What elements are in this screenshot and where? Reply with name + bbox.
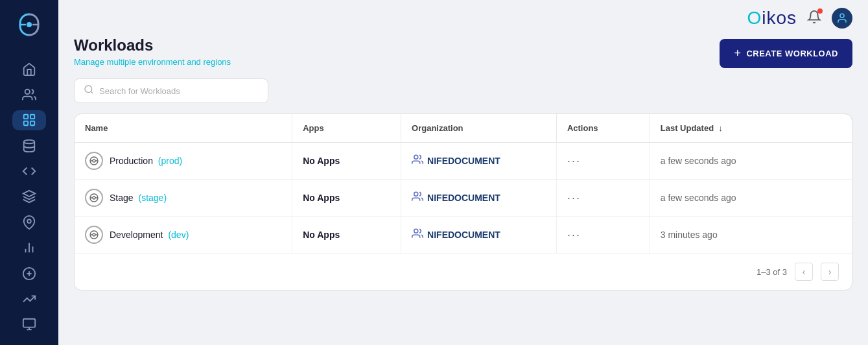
workload-apps: No Apps xyxy=(292,143,401,180)
svg-point-16 xyxy=(85,86,92,93)
notification-dot xyxy=(817,8,823,14)
col-header-apps: Apps xyxy=(292,114,401,143)
svg-rect-5 xyxy=(30,121,34,125)
svg-point-8 xyxy=(27,219,31,223)
search-input[interactable] xyxy=(99,86,259,96)
sidebar-item-chart[interactable] xyxy=(12,238,46,258)
workload-icon xyxy=(85,152,103,170)
workload-org: NIFEDOCUMENT xyxy=(401,180,557,217)
workload-apps: No Apps xyxy=(292,180,401,217)
avatar[interactable] xyxy=(832,8,852,29)
svg-point-32 xyxy=(414,229,418,233)
svg-point-23 xyxy=(93,196,95,199)
page-content: Workloads Manage multiple environment an… xyxy=(58,36,868,345)
sidebar-item-stack[interactable] xyxy=(12,187,46,207)
pagination-info: 1–3 of 3 xyxy=(757,267,787,277)
workload-actions[interactable]: ··· xyxy=(556,217,650,254)
svg-marker-7 xyxy=(23,191,35,196)
actions-menu-icon[interactable]: ··· xyxy=(567,228,581,241)
sidebar xyxy=(0,0,58,345)
topbar: Oikos xyxy=(58,0,868,36)
actions-menu-icon[interactable]: ··· xyxy=(567,191,581,204)
notification-bell[interactable] xyxy=(807,10,821,27)
svg-point-15 xyxy=(840,14,844,18)
pagination: 1–3 of 3 ‹ › xyxy=(75,253,852,290)
svg-point-28 xyxy=(93,233,95,236)
workload-name-cell: Stage (stage) xyxy=(75,180,292,217)
org-name: NIFEDOCUMENT xyxy=(427,156,500,166)
workload-name: Development (dev) xyxy=(110,230,189,240)
brand-name: Oikos xyxy=(747,8,797,29)
workload-updated: 3 minutes ago xyxy=(650,217,852,254)
page-header: Workloads Manage multiple environment an… xyxy=(74,36,852,68)
brand-colored-letter: O xyxy=(747,8,762,28)
create-button-label: CREATE WORKLOAD xyxy=(746,49,838,58)
svg-point-22 xyxy=(414,155,418,159)
pagination-next[interactable]: › xyxy=(821,263,839,281)
svg-rect-12 xyxy=(23,319,35,327)
search-input-wrap xyxy=(74,78,268,103)
logo[interactable] xyxy=(15,10,43,43)
main-content: Oikos Workloads Manage multiple environm… xyxy=(58,0,868,345)
search-bar xyxy=(74,78,852,103)
sidebar-item-settings[interactable] xyxy=(12,315,46,335)
org-icon xyxy=(412,154,423,168)
sidebar-item-location[interactable] xyxy=(12,212,46,232)
create-workload-button[interactable]: + CREATE WORKLOAD xyxy=(720,39,852,68)
svg-line-17 xyxy=(91,91,93,93)
table-row: Development (dev) No Apps NIFEDOCUMENT ·… xyxy=(75,217,852,254)
plus-icon: + xyxy=(734,47,741,60)
workload-icon xyxy=(85,226,103,244)
workload-name: Production (prod) xyxy=(110,156,182,166)
org-icon xyxy=(412,191,423,205)
workload-name: Stage (stage) xyxy=(110,193,167,203)
workload-updated: a few seconds ago xyxy=(650,180,852,217)
workload-actions[interactable]: ··· xyxy=(556,143,650,180)
svg-point-0 xyxy=(27,22,32,27)
sidebar-item-billing[interactable] xyxy=(12,263,46,283)
svg-rect-2 xyxy=(24,115,28,119)
org-name: NIFEDOCUMENT xyxy=(427,230,500,240)
brand-rest: ikos xyxy=(762,8,797,28)
pagination-prev[interactable]: ‹ xyxy=(795,263,813,281)
svg-point-18 xyxy=(93,160,95,162)
col-header-actions: Actions xyxy=(556,114,650,143)
sidebar-item-home[interactable] xyxy=(12,59,46,79)
actions-menu-icon[interactable]: ··· xyxy=(567,154,581,167)
svg-point-6 xyxy=(24,140,35,144)
workloads-table: Name Apps Organization Actions Last Upda… xyxy=(74,113,852,291)
svg-rect-3 xyxy=(30,115,34,119)
table-row: Production (prod) No Apps NIFEDOCUMENT ·… xyxy=(75,143,852,180)
page-subtitle: Manage multiple environment and regions xyxy=(74,57,231,67)
workload-org: NIFEDOCUMENT xyxy=(401,217,557,254)
workload-name-cell: Development (dev) xyxy=(75,217,292,254)
sidebar-item-users[interactable] xyxy=(12,84,46,104)
workload-name-cell: Production (prod) xyxy=(75,143,292,180)
col-header-name: Name xyxy=(75,114,292,143)
page-title-block: Workloads Manage multiple environment an… xyxy=(74,36,231,67)
page-title: Workloads xyxy=(74,36,231,54)
search-icon xyxy=(84,84,94,97)
sidebar-item-workloads[interactable] xyxy=(12,110,46,130)
org-icon xyxy=(412,228,423,242)
svg-point-27 xyxy=(414,192,418,196)
org-name: NIFEDOCUMENT xyxy=(427,193,500,203)
workload-updated: a few seconds ago xyxy=(650,143,852,180)
sidebar-item-code[interactable] xyxy=(12,161,46,181)
svg-point-1 xyxy=(25,89,30,94)
workload-actions[interactable]: ··· xyxy=(556,180,650,217)
sidebar-item-database[interactable] xyxy=(12,136,46,156)
workload-icon xyxy=(85,189,103,207)
workload-org: NIFEDOCUMENT xyxy=(401,143,557,180)
svg-rect-4 xyxy=(24,121,28,125)
col-header-org: Organization xyxy=(401,114,557,143)
table-row: Stage (stage) No Apps NIFEDOCUMENT ··· a… xyxy=(75,180,852,217)
col-header-updated[interactable]: Last Updated ↓ xyxy=(650,114,852,143)
sidebar-item-analytics[interactable] xyxy=(12,289,46,309)
workload-apps: No Apps xyxy=(292,217,401,254)
